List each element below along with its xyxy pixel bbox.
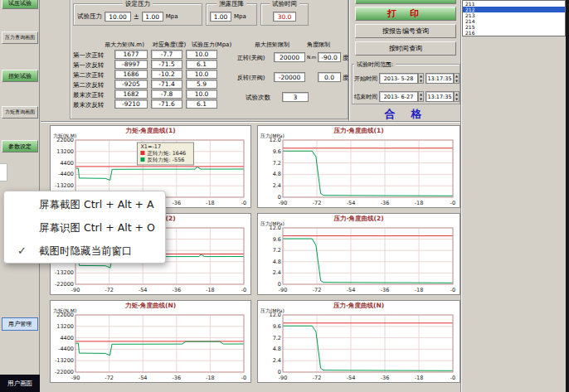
start-time-label: 开始时间	[354, 75, 377, 83]
sidebar-item-pressure-query[interactable]: 压力查询画面	[2, 31, 38, 44]
angle-value: -10.2	[151, 70, 182, 79]
svg-text:-72: -72	[105, 287, 114, 293]
svg-text:-4400: -4400	[58, 171, 74, 177]
forward-torque-limit-input[interactable]: 20000	[274, 52, 305, 62]
test-count-label: 试验次数	[246, 94, 270, 102]
window-edge	[566, 0, 569, 392]
end-time-input[interactable]: 13:17:35	[426, 91, 454, 102]
reverse-angle-limit-input[interactable]: 0.0	[318, 72, 341, 82]
menu-item-screen-ocr[interactable]: 屏幕识图 Ctrl + Alt + O	[4, 216, 165, 240]
end-time-label: 结束时间	[354, 93, 377, 101]
torque-value: -9210	[114, 99, 148, 109]
svg-text:-0: -0	[450, 375, 455, 381]
record-list-item[interactable]: 211	[463, 1, 565, 7]
svg-text:-0: -0	[450, 200, 455, 206]
row-label: 第一次反转	[73, 61, 105, 70]
record-list-item[interactable]: 215	[463, 24, 565, 30]
svg-text:-22000: -22000	[55, 281, 74, 288]
screenshot-context-menu: 屏幕截图 Ctrl + Alt + A 屏幕识图 Ctrl + Alt + O …	[3, 191, 166, 264]
menu-item-screen-capture[interactable]: 屏幕截图 Ctrl + Alt + A	[4, 193, 165, 216]
svg-text:9.6: 9.6	[273, 236, 281, 243]
svg-text:X1=-17: X1=-17	[140, 143, 161, 150]
menu-item-hide-window[interactable]: ✓截图时隐藏当前窗口	[4, 240, 165, 263]
svg-text:-90: -90	[71, 287, 80, 293]
record-list-item[interactable]: 213	[463, 12, 565, 18]
start-date-spinner[interactable]: ▲▼	[418, 73, 424, 84]
svg-text:-90: -90	[71, 375, 80, 381]
reverse-angle-unit: 度	[343, 74, 348, 82]
svg-text:2.4: 2.4	[273, 182, 281, 189]
tolerance-input[interactable]: 1.00	[142, 12, 163, 22]
query-by-report-button[interactable]: 按报告编号查询	[355, 24, 456, 38]
svg-text:反转力矩: -556: 反转力矩: -556	[147, 157, 184, 163]
reverse-torque-limit-input[interactable]: -20000	[274, 72, 305, 82]
query-by-time-button[interactable]: 按时间查询	[355, 41, 456, 56]
test-pressure-input[interactable]: 10.00	[105, 12, 131, 22]
svg-text:-36: -36	[381, 287, 390, 293]
test-pressure-label: 试验压力	[77, 12, 102, 21]
chart-title: 压力-角度曲线(N)	[258, 302, 460, 310]
start-time-input[interactable]: 13:17:35	[426, 73, 454, 84]
svg-text:-54: -54	[347, 375, 356, 381]
sidebar-item-parameter-setting[interactable]: 参数设定	[2, 140, 38, 152]
svg-text:正转力矩: 1646: 正转力矩: 1646	[147, 150, 186, 157]
chart-pressure-angle-n[interactable]: 压力-角度曲线(N) 压力(MPa) -90-72-54-36-18-012.0…	[257, 300, 460, 383]
test-count-input[interactable]: 3	[282, 92, 309, 102]
svg-text:-72: -72	[313, 200, 322, 206]
time-range-label: 试验时间范围:	[354, 60, 396, 69]
svg-text:7.2: 7.2	[273, 247, 281, 254]
record-list-item-selected[interactable]: 212	[463, 7, 565, 12]
pressure-unit-label: Mpa	[166, 13, 178, 20]
record-panel	[462, 0, 569, 392]
svg-text:-18: -18	[415, 287, 424, 293]
svg-text:2.4: 2.4	[273, 357, 281, 364]
pressure-value: 10.0	[186, 50, 217, 59]
header-angle-limit: 角度限制	[300, 41, 337, 49]
chart-canvas: -90-72-54-36-18-012.09.67.24.82.40	[258, 301, 460, 382]
svg-text:-36: -36	[381, 200, 390, 206]
svg-text:-36: -36	[381, 375, 390, 381]
pressure-value: 6.1	[186, 60, 217, 69]
forward-angle-limit-input[interactable]: -90.0	[318, 52, 341, 62]
angle-value: -71.6	[151, 99, 182, 109]
header-max-torque: 最大力矩(N.m)	[95, 41, 154, 49]
angle-value: -7.7	[151, 50, 182, 59]
record-list-item[interactable]: 214	[463, 18, 565, 24]
svg-text:-22000: -22000	[55, 369, 74, 375]
end-date-input[interactable]: 2013- 6-27	[379, 91, 418, 102]
svg-text:-90: -90	[279, 200, 288, 206]
svg-text:7.2: 7.2	[273, 335, 281, 341]
pressure-value: 5.9	[186, 80, 217, 89]
angle-value: -71.5	[151, 60, 182, 69]
end-time-spinner[interactable]: ▲▼	[454, 91, 460, 102]
svg-text:2.4: 2.4	[273, 269, 281, 276]
test-time-input[interactable]: 30.0	[273, 12, 296, 22]
row-label: 第一次正转	[73, 51, 105, 60]
svg-text:0: 0	[278, 281, 281, 288]
start-time-spinner[interactable]: ▲▼	[454, 73, 460, 84]
svg-text:-13200: -13200	[55, 357, 74, 364]
partial-button[interactable]	[355, 0, 456, 4]
sidebar-item-user-management[interactable]: 用户管理	[2, 317, 38, 331]
svg-text:-18: -18	[206, 287, 215, 293]
start-date-input[interactable]: 2013- 5-28	[379, 73, 418, 84]
print-button[interactable]: 打 印	[355, 7, 456, 21]
test-time-group: 试验时间 30.0	[260, 3, 309, 26]
end-date-spinner[interactable]: ▲▼	[418, 91, 424, 102]
svg-text:13200: 13200	[56, 148, 74, 155]
sidebar-item-pressure-test[interactable]: 试压试验	[2, 0, 38, 9]
angle-value: -71.4	[151, 80, 182, 89]
svg-text:0: 0	[278, 194, 281, 201]
chart-pressure-angle-2[interactable]: 压力-角度曲线(2) 压力(MPa) -90-72-54-36-18-012.0…	[257, 213, 460, 295]
torque-value: -9205	[114, 80, 148, 89]
chart-torque-angle-n[interactable]: 力矩-角度曲线(N) 力矩(N.M) -90-72-54-36-18-02200…	[50, 300, 251, 383]
chart-pressure-angle-1[interactable]: 压力-角度曲线(1) 压力(MPa) -90-72-54-36-18-012.0…	[257, 125, 460, 208]
divider	[348, 0, 350, 122]
svg-text:-13200: -13200	[55, 182, 74, 189]
leak-drop-group: 泄露压降 1.00 Mpa	[206, 3, 257, 26]
chart-canvas: -90-72-54-36-18-022000132004400-4400-132…	[51, 301, 250, 382]
record-listbox[interactable]: 211 212 213 214 215 216	[462, 0, 566, 36]
record-list-item[interactable]: 216	[463, 30, 565, 36]
leak-drop-input[interactable]: 1.00	[210, 12, 231, 22]
sidebar-item-user-screen[interactable]: 用户画面	[0, 375, 40, 392]
